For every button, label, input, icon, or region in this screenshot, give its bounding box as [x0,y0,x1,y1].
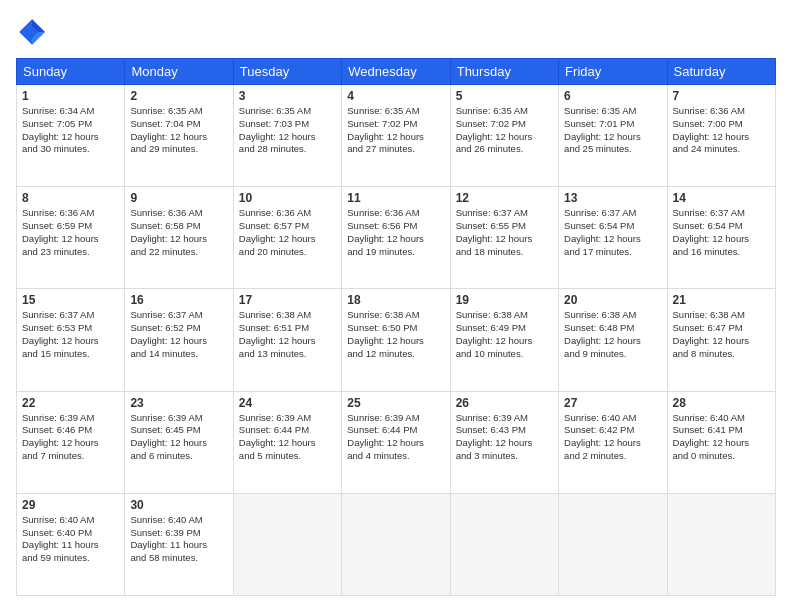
calendar-day-cell [342,493,450,595]
calendar-day-cell: 28Sunrise: 6:40 AM Sunset: 6:41 PM Dayli… [667,391,775,493]
day-info: Sunrise: 6:39 AM Sunset: 6:44 PM Dayligh… [239,412,336,463]
day-number: 30 [130,498,227,512]
day-number: 15 [22,293,119,307]
day-info: Sunrise: 6:40 AM Sunset: 6:41 PM Dayligh… [673,412,770,463]
day-number: 4 [347,89,444,103]
day-info: Sunrise: 6:37 AM Sunset: 6:52 PM Dayligh… [130,309,227,360]
day-info: Sunrise: 6:39 AM Sunset: 6:46 PM Dayligh… [22,412,119,463]
day-number: 18 [347,293,444,307]
day-number: 2 [130,89,227,103]
day-info: Sunrise: 6:36 AM Sunset: 6:58 PM Dayligh… [130,207,227,258]
day-info: Sunrise: 6:35 AM Sunset: 7:02 PM Dayligh… [347,105,444,156]
day-number: 5 [456,89,553,103]
calendar-body: 1Sunrise: 6:34 AM Sunset: 7:05 PM Daylig… [17,85,776,596]
day-number: 14 [673,191,770,205]
calendar-day-cell [667,493,775,595]
calendar-day-cell: 6Sunrise: 6:35 AM Sunset: 7:01 PM Daylig… [559,85,667,187]
weekday-header-cell: Wednesday [342,59,450,85]
calendar-day-cell: 16Sunrise: 6:37 AM Sunset: 6:52 PM Dayli… [125,289,233,391]
calendar-week-row: 29Sunrise: 6:40 AM Sunset: 6:40 PM Dayli… [17,493,776,595]
calendar-day-cell: 26Sunrise: 6:39 AM Sunset: 6:43 PM Dayli… [450,391,558,493]
weekday-header-cell: Sunday [17,59,125,85]
calendar-day-cell: 1Sunrise: 6:34 AM Sunset: 7:05 PM Daylig… [17,85,125,187]
logo [16,16,52,48]
day-number: 26 [456,396,553,410]
calendar-day-cell [233,493,341,595]
day-number: 27 [564,396,661,410]
day-number: 24 [239,396,336,410]
calendar-week-row: 15Sunrise: 6:37 AM Sunset: 6:53 PM Dayli… [17,289,776,391]
logo-icon [16,16,48,48]
calendar-day-cell: 21Sunrise: 6:38 AM Sunset: 6:47 PM Dayli… [667,289,775,391]
day-info: Sunrise: 6:37 AM Sunset: 6:53 PM Dayligh… [22,309,119,360]
calendar-day-cell: 19Sunrise: 6:38 AM Sunset: 6:49 PM Dayli… [450,289,558,391]
calendar-day-cell: 24Sunrise: 6:39 AM Sunset: 6:44 PM Dayli… [233,391,341,493]
day-info: Sunrise: 6:38 AM Sunset: 6:51 PM Dayligh… [239,309,336,360]
day-info: Sunrise: 6:40 AM Sunset: 6:42 PM Dayligh… [564,412,661,463]
day-info: Sunrise: 6:36 AM Sunset: 7:00 PM Dayligh… [673,105,770,156]
day-info: Sunrise: 6:35 AM Sunset: 7:01 PM Dayligh… [564,105,661,156]
day-number: 20 [564,293,661,307]
day-info: Sunrise: 6:34 AM Sunset: 7:05 PM Dayligh… [22,105,119,156]
calendar-day-cell: 22Sunrise: 6:39 AM Sunset: 6:46 PM Dayli… [17,391,125,493]
calendar-day-cell: 14Sunrise: 6:37 AM Sunset: 6:54 PM Dayli… [667,187,775,289]
header [16,16,776,48]
day-info: Sunrise: 6:38 AM Sunset: 6:49 PM Dayligh… [456,309,553,360]
day-number: 22 [22,396,119,410]
calendar-day-cell [559,493,667,595]
calendar-day-cell: 2Sunrise: 6:35 AM Sunset: 7:04 PM Daylig… [125,85,233,187]
calendar-day-cell: 8Sunrise: 6:36 AM Sunset: 6:59 PM Daylig… [17,187,125,289]
calendar-week-row: 8Sunrise: 6:36 AM Sunset: 6:59 PM Daylig… [17,187,776,289]
day-number: 13 [564,191,661,205]
calendar-day-cell: 20Sunrise: 6:38 AM Sunset: 6:48 PM Dayli… [559,289,667,391]
calendar-week-row: 1Sunrise: 6:34 AM Sunset: 7:05 PM Daylig… [17,85,776,187]
calendar-day-cell: 7Sunrise: 6:36 AM Sunset: 7:00 PM Daylig… [667,85,775,187]
day-number: 21 [673,293,770,307]
calendar-day-cell [450,493,558,595]
day-info: Sunrise: 6:40 AM Sunset: 6:39 PM Dayligh… [130,514,227,565]
day-number: 12 [456,191,553,205]
calendar-day-cell: 18Sunrise: 6:38 AM Sunset: 6:50 PM Dayli… [342,289,450,391]
day-info: Sunrise: 6:35 AM Sunset: 7:04 PM Dayligh… [130,105,227,156]
day-info: Sunrise: 6:35 AM Sunset: 7:02 PM Dayligh… [456,105,553,156]
calendar-day-cell: 15Sunrise: 6:37 AM Sunset: 6:53 PM Dayli… [17,289,125,391]
weekday-header-row: SundayMondayTuesdayWednesdayThursdayFrid… [17,59,776,85]
day-info: Sunrise: 6:36 AM Sunset: 6:59 PM Dayligh… [22,207,119,258]
day-info: Sunrise: 6:37 AM Sunset: 6:54 PM Dayligh… [673,207,770,258]
day-number: 19 [456,293,553,307]
calendar-day-cell: 12Sunrise: 6:37 AM Sunset: 6:55 PM Dayli… [450,187,558,289]
day-info: Sunrise: 6:40 AM Sunset: 6:40 PM Dayligh… [22,514,119,565]
weekday-header-cell: Monday [125,59,233,85]
calendar-day-cell: 25Sunrise: 6:39 AM Sunset: 6:44 PM Dayli… [342,391,450,493]
day-number: 7 [673,89,770,103]
weekday-header-cell: Friday [559,59,667,85]
day-info: Sunrise: 6:38 AM Sunset: 6:50 PM Dayligh… [347,309,444,360]
day-info: Sunrise: 6:36 AM Sunset: 6:57 PM Dayligh… [239,207,336,258]
day-number: 28 [673,396,770,410]
day-number: 23 [130,396,227,410]
day-info: Sunrise: 6:39 AM Sunset: 6:43 PM Dayligh… [456,412,553,463]
day-info: Sunrise: 6:39 AM Sunset: 6:44 PM Dayligh… [347,412,444,463]
day-number: 1 [22,89,119,103]
day-number: 11 [347,191,444,205]
day-number: 29 [22,498,119,512]
day-info: Sunrise: 6:37 AM Sunset: 6:54 PM Dayligh… [564,207,661,258]
day-info: Sunrise: 6:36 AM Sunset: 6:56 PM Dayligh… [347,207,444,258]
day-number: 17 [239,293,336,307]
day-number: 16 [130,293,227,307]
calendar-day-cell: 11Sunrise: 6:36 AM Sunset: 6:56 PM Dayli… [342,187,450,289]
calendar-day-cell: 17Sunrise: 6:38 AM Sunset: 6:51 PM Dayli… [233,289,341,391]
day-info: Sunrise: 6:37 AM Sunset: 6:55 PM Dayligh… [456,207,553,258]
weekday-header-cell: Thursday [450,59,558,85]
calendar-day-cell: 4Sunrise: 6:35 AM Sunset: 7:02 PM Daylig… [342,85,450,187]
calendar-week-row: 22Sunrise: 6:39 AM Sunset: 6:46 PM Dayli… [17,391,776,493]
weekday-header-cell: Saturday [667,59,775,85]
calendar-day-cell: 10Sunrise: 6:36 AM Sunset: 6:57 PM Dayli… [233,187,341,289]
day-number: 3 [239,89,336,103]
calendar-day-cell: 30Sunrise: 6:40 AM Sunset: 6:39 PM Dayli… [125,493,233,595]
calendar-table: SundayMondayTuesdayWednesdayThursdayFrid… [16,58,776,596]
calendar-day-cell: 3Sunrise: 6:35 AM Sunset: 7:03 PM Daylig… [233,85,341,187]
calendar-day-cell: 5Sunrise: 6:35 AM Sunset: 7:02 PM Daylig… [450,85,558,187]
day-number: 10 [239,191,336,205]
day-number: 9 [130,191,227,205]
